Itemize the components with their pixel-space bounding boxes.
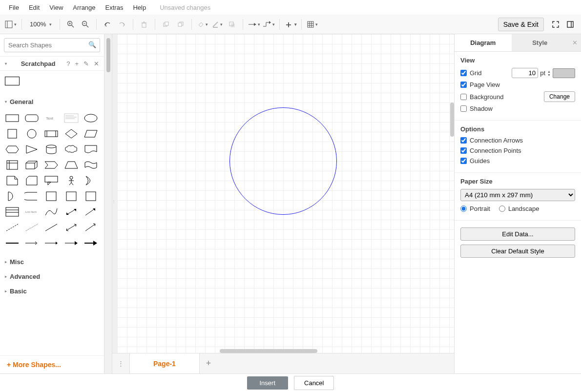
shape-datastore[interactable]	[23, 190, 40, 203]
menu-edit[interactable]: Edit	[24, 2, 44, 13]
shape-dashed-line[interactable]	[4, 221, 21, 234]
connection-icon[interactable]	[247, 18, 261, 31]
insert-icon[interactable]: ＋	[284, 18, 297, 31]
to-front-icon[interactable]	[159, 18, 173, 31]
conn-arrows-checkbox[interactable]: Connection Arrows	[460, 137, 523, 144]
shape-dir-line[interactable]	[83, 221, 99, 234]
shape-internal-storage[interactable]	[4, 159, 21, 171]
zoom-in-icon[interactable]	[64, 18, 78, 31]
paper-size-select[interactable]: A4 (210 mm x 297 mm)	[460, 189, 575, 201]
background-checkbox[interactable]: Background	[460, 93, 503, 101]
shape-parallelogram[interactable]	[83, 127, 99, 140]
change-bg-button[interactable]: Change	[544, 91, 575, 102]
shape-diamond[interactable]	[63, 127, 80, 140]
shape-tape[interactable]	[83, 159, 99, 171]
menu-file[interactable]: File	[4, 2, 24, 13]
guides-checkbox[interactable]: Guides	[460, 157, 490, 165]
landscape-radio[interactable]: Landscape	[499, 205, 540, 212]
save-exit-button[interactable]: Save & Exit	[498, 18, 544, 31]
shape-link5[interactable]	[83, 237, 99, 249]
edit-data-button[interactable]: Edit Data...	[460, 227, 575, 241]
scratchpad-edit-icon[interactable]: ✎	[83, 60, 89, 67]
shape-list[interactable]	[4, 206, 21, 218]
shape-trapezoid[interactable]	[63, 159, 80, 171]
shape-cube[interactable]	[23, 159, 40, 171]
fullscreen-icon[interactable]	[549, 18, 562, 31]
table-icon[interactable]	[306, 18, 319, 31]
scratchpad-shape[interactable]	[5, 77, 20, 85]
view-mode-button[interactable]	[4, 18, 18, 31]
canvas-ellipse[interactable]	[229, 107, 337, 215]
v-scrollbar[interactable]	[450, 103, 454, 137]
shape-triangle[interactable]	[23, 143, 40, 156]
search-icon[interactable]: 🔍	[88, 41, 96, 48]
insert-button[interactable]: Insert	[247, 376, 289, 390]
menu-extras[interactable]: Extras	[101, 2, 128, 13]
to-back-icon[interactable]	[174, 18, 187, 31]
shape-container3[interactable]	[83, 190, 99, 203]
shape-circle[interactable]	[23, 127, 40, 140]
zoom-dropdown[interactable]: 100%	[26, 21, 56, 28]
undo-icon[interactable]	[101, 18, 114, 31]
pageview-checkbox[interactable]: Page View	[460, 81, 500, 88]
menu-arrange[interactable]: Arrange	[68, 2, 100, 13]
shape-roundrect[interactable]	[23, 112, 40, 124]
shape-process[interactable]	[43, 127, 60, 140]
grid-checkbox[interactable]: Grid	[460, 69, 482, 77]
shape-note[interactable]	[4, 174, 21, 187]
shape-bidirarrow[interactable]	[63, 206, 80, 218]
waypoint-icon[interactable]	[262, 18, 275, 31]
shape-document[interactable]	[83, 143, 99, 156]
cancel-button[interactable]: Cancel	[294, 376, 334, 390]
misc-header[interactable]: Misc	[0, 254, 104, 269]
menu-help[interactable]: Help	[128, 2, 151, 13]
shape-actor[interactable]	[63, 174, 80, 187]
shape-link1[interactable]	[4, 237, 21, 249]
shape-rect[interactable]	[4, 112, 21, 124]
zoom-out-icon[interactable]	[79, 18, 92, 31]
menu-view[interactable]: View	[44, 2, 68, 13]
shape-textbox[interactable]	[63, 112, 80, 124]
shape-dotted-line[interactable]	[23, 221, 40, 234]
shape-hexagon[interactable]	[4, 143, 21, 156]
shape-cylinder[interactable]	[43, 143, 60, 156]
left-scrollbar[interactable]	[104, 34, 112, 373]
tab-style[interactable]: Style	[512, 34, 569, 51]
delete-icon[interactable]	[137, 18, 151, 31]
scratchpad-close-icon[interactable]: ✕	[94, 60, 99, 67]
tab-diagram[interactable]: Diagram	[455, 34, 512, 51]
shape-text[interactable]: Text	[43, 112, 60, 124]
shape-ellipse[interactable]	[83, 112, 99, 124]
basic-header[interactable]: Basic	[0, 284, 104, 298]
portrait-radio[interactable]: Portrait	[460, 205, 490, 212]
shadow-icon[interactable]	[225, 18, 239, 31]
canvas-paper[interactable]	[117, 34, 454, 353]
scratchpad-add-icon[interactable]: +	[75, 60, 79, 67]
advanced-header[interactable]: Advanced	[0, 269, 104, 284]
pages-menu-icon[interactable]: ⋮	[112, 353, 130, 373]
shape-and[interactable]	[4, 190, 21, 203]
shape-link3[interactable]	[43, 237, 60, 249]
line-color-icon[interactable]	[210, 18, 224, 31]
shape-listitem[interactable]: List Item	[23, 206, 40, 218]
redo-icon[interactable]	[115, 18, 129, 31]
shape-link2[interactable]	[23, 237, 40, 249]
shape-link4[interactable]	[63, 237, 80, 249]
shape-curve[interactable]	[43, 206, 60, 218]
add-page-button[interactable]: +	[200, 353, 217, 373]
fill-color-icon[interactable]	[196, 18, 209, 31]
scratchpad-header[interactable]: Scratchpad ? + ✎ ✕	[0, 56, 104, 71]
shape-or[interactable]	[83, 174, 99, 187]
shape-bidir-line[interactable]	[63, 221, 80, 234]
shape-container2[interactable]	[63, 190, 80, 203]
shadow-checkbox[interactable]: Shadow	[460, 105, 493, 112]
shape-callout[interactable]	[43, 174, 60, 187]
shape-step[interactable]	[43, 159, 60, 171]
grid-color-swatch[interactable]	[553, 68, 575, 78]
shape-square[interactable]	[4, 127, 21, 140]
shape-arrow[interactable]	[83, 206, 99, 218]
clear-style-button[interactable]: Clear Default Style	[460, 245, 575, 258]
shape-container[interactable]	[43, 190, 60, 203]
grid-size-down[interactable]: ▼	[547, 73, 551, 77]
search-input[interactable]	[4, 38, 100, 52]
